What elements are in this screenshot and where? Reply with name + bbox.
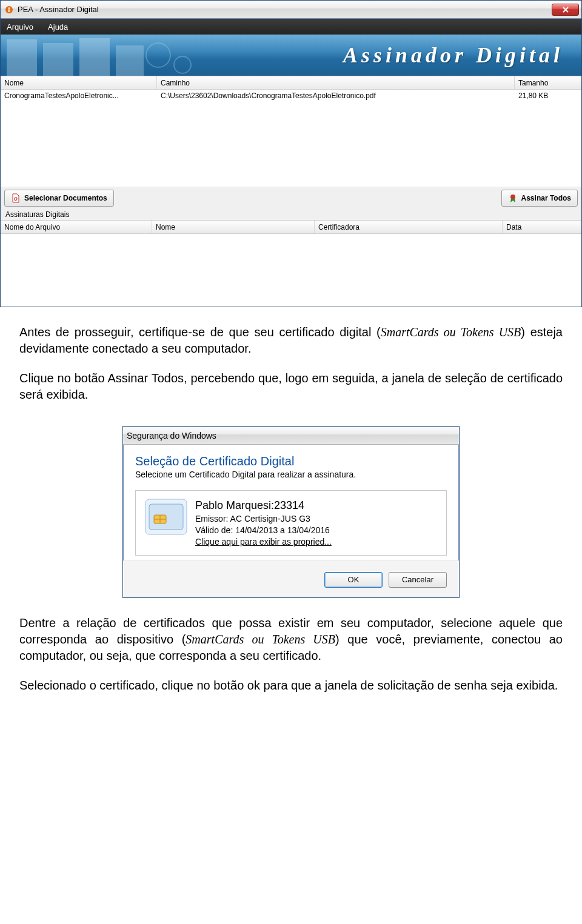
svg-rect-5 [79, 38, 110, 76]
svg-point-1 [8, 7, 10, 10]
select-documents-label: Selecionar Documentos [24, 194, 107, 202]
emphasis: SmartCards ou Tokens USB [381, 325, 521, 339]
dialog-body: Seleção de Certificado Digital Selecione… [123, 445, 459, 560]
banner-decoration [1, 35, 207, 76]
close-button[interactable] [552, 4, 579, 16]
dialog-wrap: Segurança do Windows Seleção de Certific… [0, 422, 582, 604]
col-header-sig-nome[interactable]: Nome [152, 221, 315, 233]
smartcard-icon [144, 498, 188, 536]
pea-window: PEA - Assinador Digital Arquivo Ajuda As… [0, 0, 582, 307]
banner-title: Assinador Digital [343, 42, 563, 68]
dialog-heading: Seleção de Certificado Digital [135, 454, 447, 468]
dialog-titlebar: Segurança do Windows [123, 427, 459, 445]
signatures-header: Nome do Arquivo Nome Certificadora Data [1, 221, 581, 234]
window-title: PEA - Assinador Digital [18, 5, 549, 14]
dialog-title: Segurança do Windows [127, 431, 455, 440]
app-icon [4, 5, 14, 15]
col-header-arquivo[interactable]: Nome do Arquivo [1, 221, 152, 233]
ok-button[interactable]: OK [324, 572, 383, 588]
certificate-validity: Válido de: 14/04/2013 a 13/04/2016 [195, 525, 332, 536]
close-icon [562, 6, 569, 13]
col-header-caminho[interactable]: Caminho [157, 76, 515, 89]
menu-arquivo[interactable]: Arquivo [7, 22, 33, 32]
file-size-cell: 21,80 KB [515, 90, 581, 102]
file-name-cell: CronogramaTestesApoloEletronic... [1, 90, 157, 102]
dialog-subtitle: Selecione um Certificado Digital para re… [135, 470, 447, 479]
file-list: Nome Caminho Tamanho CronogramaTestesApo… [1, 76, 581, 187]
col-header-nome[interactable]: Nome [1, 76, 157, 89]
file-list-header: Nome Caminho Tamanho [1, 76, 581, 90]
pdf-icon [11, 193, 21, 203]
signatures-body [1, 234, 581, 307]
col-header-tamanho[interactable]: Tamanho [515, 76, 581, 89]
table-row[interactable]: CronogramaTestesApoloEletronic... C:\Use… [1, 90, 581, 102]
col-header-data[interactable]: Data [503, 221, 581, 233]
file-list-body: CronogramaTestesApoloEletronic... C:\Use… [1, 90, 581, 187]
paragraph-4: Selecionado o certificado, clique no bot… [19, 677, 563, 694]
paragraph-3: Dentre a relação de certificados que pos… [19, 615, 563, 664]
certificate-properties-link[interactable]: Clique aqui para exibir as propried... [195, 536, 332, 548]
file-path-cell: C:\Users\23602\Downloads\CronogramaTeste… [157, 90, 515, 102]
svg-rect-4 [43, 43, 73, 76]
paragraph-2: Clique no botão Assinar Todos, percebend… [19, 370, 563, 403]
banner: Assinador Digital [1, 35, 581, 76]
svg-point-8 [174, 56, 191, 73]
toolbar: Selecionar Documentos Assinar Todos [1, 187, 581, 208]
certificate-info: Pablo Marquesi:23314 Emissor: AC Certisi… [195, 498, 332, 548]
col-header-certificadora[interactable]: Certificadora [315, 221, 503, 233]
paragraph-1: Antes de prosseguir, certifique-se de qu… [19, 324, 563, 357]
certificate-issuer: Emissor: AC Certisign-JUS G3 [195, 513, 332, 525]
svg-rect-3 [7, 39, 37, 76]
emphasis: SmartCards ou Tokens USB [186, 633, 335, 646]
svg-point-9 [510, 194, 515, 199]
dialog-buttons: OK Cancelar [123, 560, 459, 597]
cancel-button[interactable]: Cancelar [389, 572, 447, 588]
windows-security-dialog: Segurança do Windows Seleção de Certific… [122, 426, 460, 598]
select-documents-button[interactable]: Selecionar Documentos [4, 190, 114, 207]
certificate-card[interactable]: Pablo Marquesi:23314 Emissor: AC Certisi… [135, 490, 447, 556]
svg-point-7 [146, 43, 170, 67]
menubar: Arquivo Ajuda [1, 19, 581, 35]
rosette-icon [508, 193, 518, 203]
window-titlebar: PEA - Assinador Digital [1, 1, 581, 19]
signatures-list: Nome do Arquivo Nome Certificadora Data [1, 220, 581, 307]
sign-all-label: Assinar Todos [521, 194, 571, 202]
sign-all-button[interactable]: Assinar Todos [501, 190, 578, 207]
certificate-name: Pablo Marquesi:23314 [195, 498, 332, 513]
svg-rect-6 [116, 45, 144, 76]
doc-text-block-2: Dentre a relação de certificados que pos… [0, 604, 582, 713]
signatures-section-label: Assinaturas Digitais [1, 208, 581, 220]
svg-rect-2 [8, 10, 10, 12]
menu-ajuda[interactable]: Ajuda [48, 22, 68, 32]
doc-text-block-1: Antes de prosseguir, certifique-se de qu… [0, 307, 582, 422]
